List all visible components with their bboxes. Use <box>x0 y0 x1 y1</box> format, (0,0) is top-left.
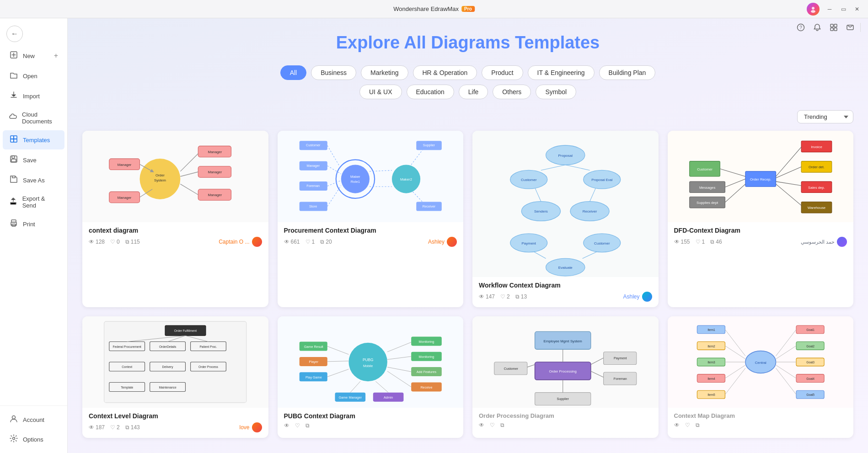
sort-dropdown[interactable]: Trending Most Recent Most Popular <box>797 110 853 123</box>
filter-ui[interactable]: UI & UX <box>359 85 402 99</box>
likes-1: ♡ 0 <box>110 239 120 245</box>
app-body: ← New + Open Import Cloud Document <box>0 18 868 453</box>
template-card-8[interactable]: Central Goal1 Goal2 Goal3 Goal4 Goal5 <box>668 316 854 438</box>
filter-it[interactable]: IT & Engineering <box>528 65 595 80</box>
sidebar-item-print[interactable]: Print <box>3 214 64 234</box>
template-card-5[interactable]: Order Fulfillment Federal Procurement Or… <box>82 316 268 438</box>
filter-others[interactable]: Others <box>493 85 531 99</box>
svg-text:Foreman: Foreman <box>306 184 320 188</box>
copies-5: ⧉ 143 <box>125 424 140 431</box>
svg-text:Messages: Messages <box>699 186 715 190</box>
svg-text:Play Game: Play Game <box>305 375 321 379</box>
sidebar-item-open[interactable]: Open <box>3 66 64 85</box>
views-4: 👁 155 <box>674 239 690 245</box>
svg-text:Player: Player <box>309 360 318 364</box>
svg-text:Employee Mgmt System: Employee Mgmt System <box>544 339 582 343</box>
sidebar-item-saveas[interactable]: Save As <box>3 171 64 190</box>
svg-text:Item5: Item5 <box>707 393 715 396</box>
notification-icon[interactable] <box>811 21 824 34</box>
filter-marketing[interactable]: Marketing <box>361 65 408 80</box>
svg-point-0 <box>812 7 814 10</box>
back-button[interactable]: ← <box>6 26 23 42</box>
svg-text:Receiver: Receiver <box>583 209 597 213</box>
svg-text:Manager: Manager <box>118 196 132 200</box>
pro-badge: Pro <box>461 6 475 12</box>
title-plain: Explore <box>336 33 404 52</box>
close-button[interactable]: ✕ <box>853 5 861 13</box>
options-label: Options <box>23 436 43 443</box>
copies-8: ⧉ <box>696 422 700 428</box>
card-meta-4: 👁 155 ♡ 1 ⧉ 46 حمد الحرسوسي <box>674 237 847 247</box>
filter-business[interactable]: Business <box>311 65 356 80</box>
card-title-3: Workflow Context Diagram <box>479 282 652 289</box>
cloud-icon <box>9 113 17 123</box>
copies-3: ⧉ 13 <box>515 293 527 300</box>
card-title-4: DFD-Context Diagram <box>674 227 847 234</box>
sort-row: Trending Most Recent Most Popular <box>82 110 853 123</box>
templates-icon <box>9 135 18 145</box>
account-label: Account <box>23 416 44 423</box>
sidebar: ← New + Open Import Cloud Document <box>0 18 68 453</box>
sidebar-item-options[interactable]: Options <box>3 430 64 449</box>
card-info-3: Workflow Context Diagram 👁 147 ♡ 2 ⧉ 13 … <box>472 277 659 307</box>
svg-text:Game Manager: Game Manager <box>338 395 362 400</box>
template-card-1[interactable]: Order System Manager Manager Manager Man… <box>82 131 268 307</box>
svg-text:Manager: Manager <box>306 164 320 168</box>
share-icon[interactable] <box>844 21 857 34</box>
filter-product[interactable]: Product <box>482 65 523 80</box>
filter-life[interactable]: Life <box>459 85 488 99</box>
filter-hr[interactable]: HR & Operation <box>413 65 477 80</box>
user-avatar[interactable] <box>807 3 820 16</box>
svg-rect-3 <box>11 136 14 139</box>
toolbar-divider <box>860 23 861 32</box>
card-info-6: PUBG Context Diagram 👁 ♡ ⧉ <box>278 408 464 434</box>
card-info-7: Order Processing Diagram 👁 ♡ ⧉ <box>472 408 659 434</box>
grid-icon[interactable] <box>827 21 840 34</box>
filter-all[interactable]: All <box>280 65 307 80</box>
export-label: Export & Send <box>22 195 58 209</box>
open-icon <box>9 71 18 81</box>
cloud-label: Cloud Documents <box>22 111 58 125</box>
help-icon[interactable]: ? <box>794 21 807 34</box>
template-card-2[interactable]: Maker Role1 Maker2 Supplier Receiver Cus… <box>278 131 464 307</box>
svg-rect-18 <box>834 24 837 27</box>
filter-education[interactable]: Education <box>407 85 454 99</box>
card-info-5: Context Level Diagram 👁 187 ♡ 2 ⧉ 143 lo… <box>82 408 268 438</box>
sidebar-item-import[interactable]: Import <box>3 86 64 106</box>
print-label: Print <box>23 221 35 228</box>
cards-grid: Order System Manager Manager Manager Man… <box>82 131 853 438</box>
card-author-3: Ashley <box>623 292 652 302</box>
template-card-6[interactable]: Game Result Player Play Game PUBG Mobile… <box>278 316 464 438</box>
import-label: Import <box>23 93 40 100</box>
card-title-7: Order Processing Diagram <box>479 412 652 419</box>
card-title-6: PUBG Context Diagram <box>284 412 457 420</box>
svg-rect-20 <box>834 28 837 31</box>
sidebar-item-new[interactable]: New + <box>3 46 64 65</box>
svg-text:Goal4: Goal4 <box>806 377 814 380</box>
author-avatar-1 <box>252 237 262 247</box>
sidebar-item-export[interactable]: Export & Send <box>3 191 64 213</box>
svg-text:?: ? <box>799 25 802 30</box>
filter-symbol[interactable]: Symbol <box>536 85 576 99</box>
copies-7: ⧉ <box>500 422 504 428</box>
template-card-4[interactable]: Customer Order Recep. Invoice Order det.… <box>668 131 854 307</box>
sidebar-item-save[interactable]: Save <box>3 150 64 170</box>
svg-text:Maker: Maker <box>350 175 360 179</box>
card-author-4: حمد الحرسوسي <box>801 237 847 247</box>
author-avatar-4 <box>837 237 847 247</box>
svg-text:Maker2: Maker2 <box>400 177 412 181</box>
template-card-3[interactable]: Proposal Customer Proposal Eval Senders … <box>472 131 659 307</box>
minimize-button[interactable]: ─ <box>826 5 833 13</box>
sidebar-item-cloud[interactable]: Cloud Documents <box>3 107 64 129</box>
svg-line-37 <box>180 154 198 171</box>
filter-building[interactable]: Building Plan <box>599 65 656 80</box>
template-card-7[interactable]: Employee Mgmt System Order Processing Cu… <box>472 316 659 438</box>
svg-text:Order det.: Order det. <box>808 165 824 169</box>
sidebar-item-account[interactable]: Account <box>3 410 64 429</box>
import-icon <box>9 91 18 101</box>
maximize-button[interactable]: ▭ <box>840 5 847 13</box>
sidebar-item-templates[interactable]: Templates <box>3 130 64 149</box>
views-8: 👁 <box>674 422 680 428</box>
svg-text:Order Fulfillment: Order Fulfillment <box>174 329 197 332</box>
likes-4: ♡ 1 <box>696 239 705 245</box>
